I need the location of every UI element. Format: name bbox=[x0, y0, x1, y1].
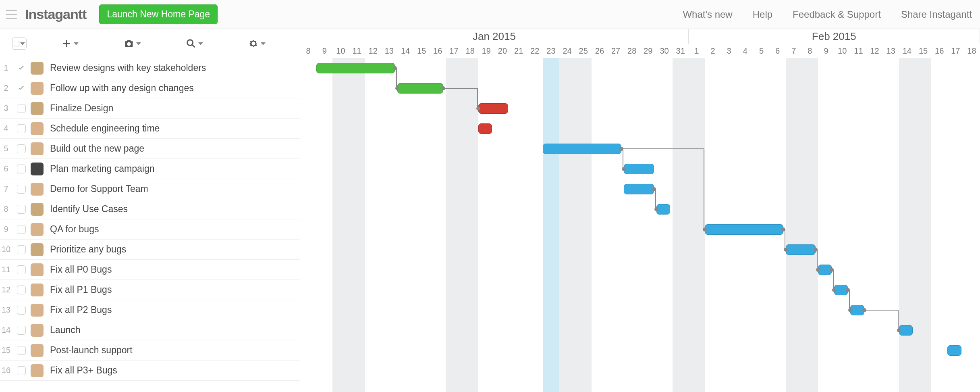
assignee-avatar[interactable] bbox=[31, 102, 44, 115]
task-checkbox[interactable] bbox=[17, 245, 26, 254]
gantt-chart[interactable]: Jan 2015Feb 2015 89101112131415161718192… bbox=[300, 29, 980, 392]
gantt-bar[interactable] bbox=[624, 184, 654, 194]
day-label: 31 bbox=[673, 44, 689, 58]
task-title[interactable]: Fix all P3+ Bugs bbox=[50, 365, 300, 376]
task-checkbox[interactable] bbox=[17, 265, 26, 274]
task-checkbox[interactable] bbox=[17, 286, 26, 294]
assignee-avatar[interactable] bbox=[31, 223, 44, 236]
nav-share[interactable]: Share Instagantt bbox=[901, 9, 972, 20]
gantt-bar[interactable] bbox=[478, 123, 492, 134]
task-checkbox[interactable] bbox=[17, 124, 26, 133]
task-title[interactable]: Fix all P0 Bugs bbox=[50, 264, 300, 275]
task-checkbox[interactable] bbox=[17, 205, 26, 214]
task-title[interactable]: Post-launch support bbox=[50, 345, 300, 356]
gantt-bar[interactable] bbox=[656, 204, 670, 215]
gantt-bar[interactable] bbox=[899, 325, 913, 336]
task-title[interactable]: Launch bbox=[50, 325, 300, 336]
task-checkbox[interactable] bbox=[17, 366, 26, 375]
gantt-column bbox=[883, 58, 899, 392]
gantt-column bbox=[397, 58, 413, 392]
assignee-avatar[interactable] bbox=[31, 243, 44, 256]
task-row[interactable]: 7Demo for Support Team bbox=[0, 179, 300, 199]
select-all-toggle[interactable] bbox=[12, 38, 27, 50]
assignee-avatar[interactable] bbox=[31, 263, 44, 276]
zoom-button[interactable] bbox=[185, 38, 203, 49]
project-title-button[interactable]: Launch New Home Page bbox=[99, 4, 218, 24]
task-title[interactable]: Fix all P2 Bugs bbox=[50, 304, 300, 315]
day-label: 4 bbox=[737, 44, 753, 58]
assignee-avatar[interactable] bbox=[31, 163, 44, 175]
assignee-avatar[interactable] bbox=[31, 122, 44, 135]
dependency-line bbox=[833, 270, 834, 290]
assignee-avatar[interactable] bbox=[31, 82, 44, 95]
assignee-avatar[interactable] bbox=[31, 183, 44, 196]
task-title[interactable]: Plan marketing campaign bbox=[50, 163, 300, 174]
assignee-avatar[interactable] bbox=[31, 142, 44, 155]
gantt-column bbox=[511, 58, 527, 392]
assignee-avatar[interactable] bbox=[31, 324, 44, 337]
task-title[interactable]: Follow up with any design changes bbox=[50, 83, 300, 94]
gantt-bar[interactable] bbox=[478, 103, 508, 114]
task-title[interactable]: Identify Use Cases bbox=[50, 204, 300, 215]
assignee-avatar[interactable] bbox=[31, 304, 44, 317]
dependency-line bbox=[785, 229, 785, 250]
task-title[interactable]: QA for bugs bbox=[50, 224, 300, 235]
task-row[interactable]: 13Fix all P2 Bugs bbox=[0, 300, 300, 320]
dependency-line bbox=[704, 149, 704, 229]
task-row[interactable]: 14Launch bbox=[0, 320, 300, 340]
task-title[interactable]: Finalize Design bbox=[50, 103, 300, 114]
task-checkbox[interactable] bbox=[17, 306, 26, 315]
nav-feedback[interactable]: Feedback & Support bbox=[793, 9, 881, 20]
day-label: 8 bbox=[300, 44, 316, 58]
assignee-avatar[interactable] bbox=[31, 284, 44, 296]
gantt-bar[interactable] bbox=[624, 164, 654, 174]
task-row[interactable]: 16Fix all P3+ Bugs bbox=[0, 361, 300, 381]
gantt-bar[interactable] bbox=[397, 83, 443, 94]
task-checkbox[interactable] bbox=[17, 165, 26, 173]
gantt-bar[interactable] bbox=[543, 144, 621, 154]
task-title[interactable]: Review designs with key stakeholders bbox=[50, 63, 300, 73]
task-title[interactable]: Demo for Support Team bbox=[50, 183, 300, 194]
row-number: 5 bbox=[0, 144, 12, 153]
task-checkbox[interactable] bbox=[17, 326, 26, 335]
task-row[interactable]: 12Fix all P1 Bugs bbox=[0, 280, 300, 300]
snapshot-button[interactable] bbox=[123, 38, 141, 49]
task-checkbox[interactable] bbox=[17, 104, 26, 113]
task-row[interactable]: 5Build out the new page bbox=[0, 139, 300, 159]
gantt-bar[interactable] bbox=[786, 244, 816, 255]
assignee-avatar[interactable] bbox=[31, 344, 44, 357]
task-row[interactable]: 2Follow up with any design changes bbox=[0, 78, 300, 98]
task-complete-check[interactable] bbox=[17, 84, 26, 93]
task-checkbox[interactable] bbox=[17, 225, 26, 234]
gantt-body[interactable] bbox=[300, 58, 980, 392]
task-row[interactable]: 3Finalize Design bbox=[0, 98, 300, 119]
gantt-bar[interactable] bbox=[316, 63, 395, 73]
assignee-avatar[interactable] bbox=[31, 364, 44, 377]
add-button[interactable] bbox=[61, 38, 79, 49]
task-title[interactable]: Build out the new page bbox=[50, 143, 300, 154]
task-row[interactable]: 8Identify Use Cases bbox=[0, 199, 300, 219]
task-row[interactable]: 11Fix all P0 Bugs bbox=[0, 260, 300, 280]
task-row[interactable]: 4Schedule engineering time bbox=[0, 119, 300, 139]
task-checkbox[interactable] bbox=[17, 185, 26, 194]
task-row[interactable]: 1Review designs with key stakeholders bbox=[0, 58, 300, 78]
task-checkbox[interactable] bbox=[17, 346, 26, 355]
nav-help[interactable]: Help bbox=[753, 9, 772, 20]
settings-button[interactable] bbox=[248, 38, 266, 49]
assignee-avatar[interactable] bbox=[31, 203, 44, 216]
task-title[interactable]: Fix all P1 Bugs bbox=[50, 284, 300, 295]
gantt-bar[interactable] bbox=[705, 224, 783, 235]
gantt-bar[interactable] bbox=[947, 345, 961, 356]
task-title[interactable]: Schedule engineering time bbox=[50, 123, 300, 134]
task-row[interactable]: 6Plan marketing campaign bbox=[0, 159, 300, 179]
task-row[interactable]: 9QA for bugs bbox=[0, 219, 300, 240]
task-row[interactable]: 15Post-launch support bbox=[0, 340, 300, 361]
assignee-avatar[interactable] bbox=[31, 62, 44, 75]
menu-icon[interactable] bbox=[3, 6, 19, 23]
nav-whats-new[interactable]: What's new bbox=[683, 9, 732, 20]
task-complete-check[interactable] bbox=[17, 64, 26, 73]
task-row[interactable]: 10Prioritize any bugs bbox=[0, 240, 300, 260]
task-checkbox[interactable] bbox=[17, 144, 26, 153]
task-title[interactable]: Prioritize any bugs bbox=[50, 244, 300, 255]
row-number: 11 bbox=[0, 265, 12, 274]
